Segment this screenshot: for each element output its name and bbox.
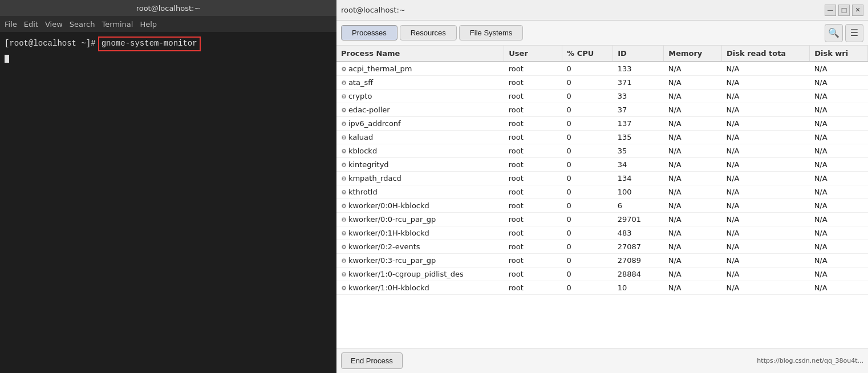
table-row[interactable]: ⚙kworker/0:1H-kblockdroot0483N/AN/AN/A xyxy=(336,226,868,240)
table-row[interactable]: ⚙kworker/1:0-cgroup_pidlist_desroot02888… xyxy=(336,267,868,281)
process-memory-cell: N/A xyxy=(664,76,722,90)
table-row[interactable]: ⚙kworker/0:0-rcu_par_gproot029701N/AN/AN… xyxy=(336,213,868,226)
table-row[interactable]: ⚙kintegritydroot034N/AN/AN/A xyxy=(336,158,868,172)
process-cpu-cell: 0 xyxy=(562,131,613,144)
process-name-cell: ⚙kworker/1:0-cgroup_pidlist_des xyxy=(336,267,504,281)
col-header-disk-read[interactable]: Disk read tota xyxy=(722,46,810,62)
process-name-cell: ⚙kblockd xyxy=(336,144,504,158)
process-memory-cell: N/A xyxy=(664,172,722,185)
process-name-cell: ⚙ata_sff xyxy=(336,76,504,90)
process-memory-cell: N/A xyxy=(664,226,722,240)
process-dwrite-cell: N/A xyxy=(810,117,868,131)
table-row[interactable]: ⚙kaluadroot0135N/AN/AN/A xyxy=(336,131,868,144)
table-row[interactable]: ⚙acpi_thermal_pmroot0133N/AN/AN/A xyxy=(336,62,868,76)
table-row[interactable]: ⚙kthrotldroot0100N/AN/AN/A xyxy=(336,185,868,199)
process-dwrite-cell: N/A xyxy=(810,240,868,254)
process-cpu-cell: 0 xyxy=(562,117,613,131)
terminal-title: root@localhost:~ xyxy=(136,4,201,13)
search-button[interactable]: 🔍 xyxy=(825,24,843,42)
col-header-name[interactable]: Process Name xyxy=(336,46,504,62)
process-id-cell: 371 xyxy=(613,76,664,90)
table-row[interactable]: ⚙kworker/0:2-eventsroot027087N/AN/AN/A xyxy=(336,240,868,254)
process-memory-cell: N/A xyxy=(664,117,722,131)
process-name-cell: ⚙ipv6_addrconf xyxy=(336,117,504,131)
col-header-cpu[interactable]: % CPU xyxy=(562,46,613,62)
process-id-cell: 37 xyxy=(613,103,664,117)
menu-search[interactable]: Search xyxy=(70,20,95,29)
table-row[interactable]: ⚙kblockdroot035N/AN/AN/A xyxy=(336,144,868,158)
process-id-cell: 483 xyxy=(613,226,664,240)
process-memory-cell: N/A xyxy=(664,267,722,281)
process-id-cell: 27089 xyxy=(613,254,664,267)
process-cpu-cell: 0 xyxy=(562,213,613,226)
minimize-button[interactable]: — xyxy=(825,5,836,16)
sysmon-title: root@localhost:~ xyxy=(341,6,405,14)
process-icon: ⚙ xyxy=(341,230,347,237)
process-name-cell: ⚙kaluad xyxy=(336,131,504,144)
process-icon: ⚙ xyxy=(341,175,347,183)
process-table-container: Process Name User % CPU ID Memory Disk r… xyxy=(336,46,868,348)
terminal-prompt-line: [root@localhost ~]# gnome-system-monitor xyxy=(5,37,332,51)
table-row[interactable]: ⚙cryptoroot033N/AN/AN/A xyxy=(336,90,868,103)
table-row[interactable]: ⚙kworker/1:0H-kblockdroot010N/AN/AN/A xyxy=(336,281,868,295)
close-button[interactable]: ✕ xyxy=(852,5,863,16)
sysmon-titlebar: root@localhost:~ — □ ✕ xyxy=(336,0,868,21)
status-text: https://blog.csdn.net/qq_38ou4t... xyxy=(757,357,863,364)
process-id-cell: 29701 xyxy=(613,213,664,226)
menu-file[interactable]: File xyxy=(5,20,17,29)
table-row[interactable]: ⚙kworker/0:3-rcu_par_gproot027089N/AN/AN… xyxy=(336,254,868,267)
process-icon: ⚙ xyxy=(341,271,347,278)
process-cpu-cell: 0 xyxy=(562,158,613,172)
process-dread-cell: N/A xyxy=(722,267,810,281)
process-name-cell: ⚙kintegrityd xyxy=(336,158,504,172)
terminal-body[interactable]: [root@localhost ~]# gnome-system-monitor xyxy=(0,32,336,373)
process-dread-cell: N/A xyxy=(722,131,810,144)
process-name-cell: ⚙kworker/0:2-events xyxy=(336,240,504,254)
process-name-cell: ⚙kmpath_rdacd xyxy=(336,172,504,185)
process-name-cell: ⚙kworker/0:1H-kblockd xyxy=(336,226,504,240)
table-row[interactable]: ⚙kworker/0:0H-kblockdroot06N/AN/AN/A xyxy=(336,199,868,213)
process-cpu-cell: 0 xyxy=(562,90,613,103)
table-row[interactable]: ⚙ata_sffroot0371N/AN/AN/A xyxy=(336,76,868,90)
process-dwrite-cell: N/A xyxy=(810,213,868,226)
terminal-prompt-text: [root@localhost ~]# xyxy=(5,38,96,50)
col-header-id[interactable]: ID xyxy=(613,46,664,62)
process-dread-cell: N/A xyxy=(722,185,810,199)
process-dwrite-cell: N/A xyxy=(810,144,868,158)
table-row[interactable]: ⚙edac-pollerroot037N/AN/AN/A xyxy=(336,103,868,117)
process-icon: ⚙ xyxy=(341,66,347,73)
process-name-cell: ⚙edac-poller xyxy=(336,103,504,117)
process-id-cell: 135 xyxy=(613,131,664,144)
col-header-user[interactable]: User xyxy=(504,46,562,62)
col-header-memory[interactable]: Memory xyxy=(664,46,722,62)
end-process-button[interactable]: End Process xyxy=(341,352,403,369)
process-dwrite-cell: N/A xyxy=(810,267,868,281)
processes-tab[interactable]: Processes xyxy=(341,25,398,40)
process-cpu-cell: 0 xyxy=(562,62,613,76)
table-row[interactable]: ⚙kmpath_rdacdroot0134N/AN/AN/A xyxy=(336,172,868,185)
process-id-cell: 35 xyxy=(613,144,664,158)
menu-help[interactable]: Help xyxy=(140,20,157,29)
process-user-cell: root xyxy=(504,117,562,131)
process-name-cell: ⚙kworker/0:0-rcu_par_gp xyxy=(336,213,504,226)
filesystems-tab[interactable]: File Systems xyxy=(459,25,523,40)
process-table: Process Name User % CPU ID Memory Disk r… xyxy=(336,46,868,295)
maximize-button[interactable]: □ xyxy=(838,5,850,16)
process-user-cell: root xyxy=(504,76,562,90)
terminal-cursor xyxy=(5,55,9,63)
process-dwrite-cell: N/A xyxy=(810,62,868,76)
search-icon: 🔍 xyxy=(828,27,839,38)
table-row[interactable]: ⚙ipv6_addrconfroot0137N/AN/AN/A xyxy=(336,117,868,131)
menu-view[interactable]: View xyxy=(45,20,63,29)
process-dread-cell: N/A xyxy=(722,62,810,76)
process-dread-cell: N/A xyxy=(722,281,810,295)
menu-terminal[interactable]: Terminal xyxy=(102,20,133,29)
menu-button[interactable]: ☰ xyxy=(845,24,863,42)
process-user-cell: root xyxy=(504,103,562,117)
resources-tab[interactable]: Resources xyxy=(400,25,457,40)
process-dread-cell: N/A xyxy=(722,172,810,185)
menu-edit[interactable]: Edit xyxy=(24,20,38,29)
col-header-disk-write[interactable]: Disk wri xyxy=(810,46,868,62)
process-dread-cell: N/A xyxy=(722,117,810,131)
process-dwrite-cell: N/A xyxy=(810,254,868,267)
